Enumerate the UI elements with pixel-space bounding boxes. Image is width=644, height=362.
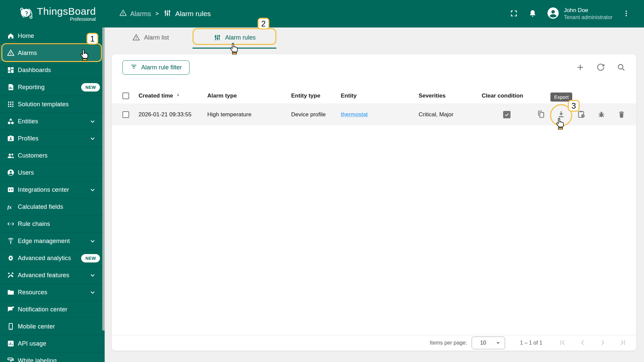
paint-roller-icon [7,357,15,362]
fullscreen-button[interactable] [506,6,522,21]
copy-button[interactable] [534,108,548,121]
items-per-page-select[interactable]: 10 [472,337,505,349]
sidebar-item-label: Resources [18,289,47,296]
column-entity[interactable]: Entity [341,93,419,99]
filter-icon [130,63,138,72]
first-page-button[interactable] [556,336,569,350]
debug-button[interactable] [595,108,608,121]
tune-icon [213,34,221,42]
column-severities[interactable]: Severities [419,93,482,99]
sidebar-item-advanced-features[interactable]: Advanced features [0,267,105,284]
row-checkbox[interactable] [122,111,129,118]
sidebar-item-resources[interactable]: Resources [0,284,105,301]
delete-button[interactable] [615,108,628,121]
first-page-icon [558,338,567,348]
export-tooltip: Export [550,93,572,102]
sidebar-item-label: API usage [18,340,46,347]
sidebar-item-integrations-center[interactable]: Integrations center [0,181,105,198]
sidebar-item-rule-chains[interactable]: Rule chains [0,216,105,233]
sidebar-item-home[interactable]: Home [0,27,105,45]
column-alarm-type[interactable]: Alarm type [207,93,291,99]
breadcrumb: Alarms > Alarm rules [119,9,211,19]
previous-page-button[interactable] [576,336,589,350]
add-alarm-rule-button[interactable] [573,60,588,75]
sidebar-item-label: Edge management [18,238,70,245]
column-created-time[interactable]: Created time [139,93,173,99]
chevron-down-icon [89,186,97,194]
sidebar-scrollbar[interactable] [102,27,105,330]
sidebar-item-entities[interactable]: Entities [0,113,105,130]
avatar [546,6,560,21]
sidebar-item-users[interactable]: Users [0,164,105,181]
folder-icon [7,288,15,296]
pending-actions-button[interactable] [575,108,588,121]
column-entity-type[interactable]: Entity type [291,93,341,99]
sidebar-item-label: Advanced analytics [18,255,71,262]
sidebar-item-calculated-fields[interactable]: fx Calculated fields [0,198,105,216]
sidebar-item-notification-center[interactable]: Notification center [0,301,105,318]
sidebar-item-solution-templates[interactable]: Solution templates [0,96,105,113]
sidebar-item-label: Reporting [18,84,45,91]
tab-alarm-list[interactable]: Alarm list [109,27,193,49]
breadcrumb-current-label: Alarm rules [175,10,211,18]
thingsboard-gear-icon [19,5,34,22]
page-range-label: 1 – 1 of 1 [520,340,542,346]
sidebar: Home Alarms Dashboards Reporting NEW Sol… [0,27,105,362]
items-per-page-label: Items per page: [430,340,467,346]
rule-chains-icon [7,220,15,228]
refresh-button[interactable] [593,60,608,75]
chevron-down-icon [89,271,97,279]
sidebar-item-label: Profiles [18,135,39,142]
alarm-rule-filter-button[interactable]: Alarm rule filter [122,60,190,75]
api-usage-icon [7,340,15,348]
sidebar-item-profiles[interactable]: Profiles [0,130,105,147]
copy-icon [537,110,545,120]
main-content: Alarm list Alarm rules Alarm rule filter [105,27,644,362]
refresh-icon [596,63,605,73]
thingsboard-logo[interactable]: ThingsBoard Professional [0,5,105,22]
sidebar-item-label: Entities [18,118,38,125]
reporting-icon [7,83,15,91]
search-icon [616,63,626,73]
integrations-icon [7,186,15,194]
sidebar-item-api-usage[interactable]: API usage [0,335,105,352]
sidebar-item-reporting[interactable]: Reporting NEW [0,79,105,96]
caret-down-icon [494,339,502,347]
last-page-button[interactable] [616,336,630,350]
entity-link[interactable]: thermostat [341,111,368,118]
breadcrumb-alarms[interactable]: Alarms [119,9,151,19]
sidebar-item-advanced-analytics[interactable]: Advanced analytics NEW [0,250,105,267]
antenna-icon [7,237,15,245]
sidebar-item-label: Home [18,33,34,40]
profiles-icon [7,134,15,142]
phone-icon [7,322,15,330]
sidebar-item-alarms[interactable]: Alarms [0,45,105,62]
bug-icon [597,110,606,120]
brand-name: ThingsBoard [37,6,96,17]
svg-text:fx: fx [7,204,12,210]
download-icon [557,110,566,120]
more-vert-icon [622,9,630,18]
home-icon [7,32,15,40]
select-all-checkbox[interactable] [122,93,129,99]
sidebar-item-white-labeling[interactable]: White labeling [0,352,105,362]
tab-alarm-rules[interactable]: Alarm rules [193,27,276,49]
clipboard-clock-icon [577,110,586,120]
user-menu[interactable]: John Doe Tenant administrator [546,6,612,21]
export-button[interactable] [554,108,568,121]
clear-condition-checkbox[interactable] [503,111,511,118]
column-clear-condition[interactable]: Clear condition [482,93,532,99]
sort-desc-icon[interactable] [175,92,181,100]
more-menu-button[interactable] [619,6,634,21]
next-page-button[interactable] [596,336,609,350]
sidebar-item-edge-management[interactable]: Edge management [0,233,105,250]
sidebar-item-dashboards[interactable]: Dashboards [0,62,105,79]
tab-bar: Alarm list Alarm rules [105,27,644,49]
chevron-down-icon [89,117,97,125]
sidebar-item-customers[interactable]: Customers [0,147,105,164]
sidebar-item-mobile-center[interactable]: Mobile center [0,318,105,335]
search-button[interactable] [614,60,629,75]
table-row[interactable]: 2026-01-21 09:33:55 High temperature Dev… [112,104,636,125]
notifications-button[interactable] [525,6,540,21]
warning-icon [132,34,140,42]
